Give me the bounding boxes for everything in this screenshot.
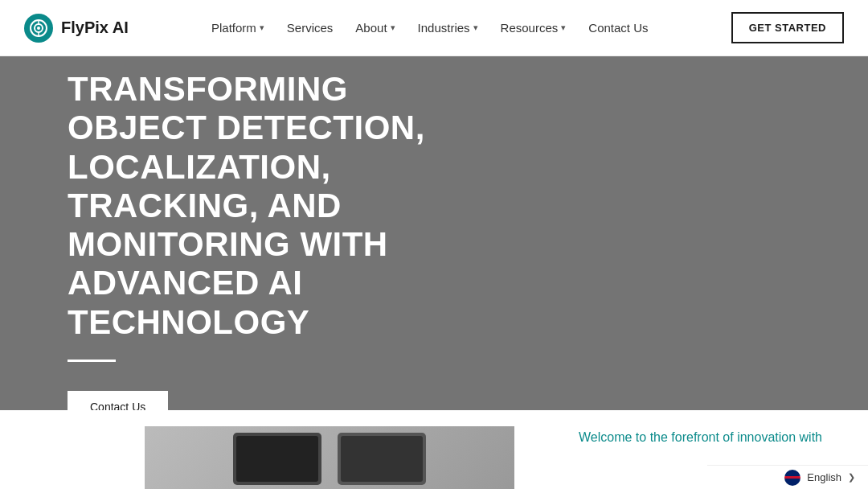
below-hero-text-area: Welcome to the forefront of innovation w… bbox=[579, 426, 822, 445]
hero-title: TRANSFORMING OBJECT DETECTION, LOCALIZAT… bbox=[68, 70, 495, 342]
hero-divider bbox=[68, 360, 116, 362]
about-chevron-icon: ▾ bbox=[391, 23, 395, 33]
nav-item-about[interactable]: About ▾ bbox=[346, 14, 404, 41]
device-image bbox=[145, 426, 514, 489]
get-started-button[interactable]: GET STARTED bbox=[731, 12, 844, 43]
logo-icon bbox=[24, 14, 53, 43]
svg-point-2 bbox=[37, 27, 40, 30]
header: FlyPix AI Platform ▾ Services About ▾ In… bbox=[0, 0, 868, 56]
language-label: English bbox=[807, 471, 841, 483]
hero-contact-button[interactable]: Contact Us bbox=[68, 391, 168, 410]
language-chevron-icon[interactable]: ❯ bbox=[848, 472, 855, 483]
welcome-text: Welcome to the forefront of innovation w… bbox=[579, 430, 822, 445]
device-image-placeholder bbox=[145, 426, 514, 489]
nav-item-industries[interactable]: Industries ▾ bbox=[408, 14, 488, 41]
hero-section: AI ENABLED GEOSPATIAL SOLUTIONS TRANSFOR… bbox=[0, 56, 868, 410]
nav-item-resources[interactable]: Resources ▾ bbox=[491, 14, 576, 41]
platform-chevron-icon: ▾ bbox=[260, 23, 264, 33]
industries-chevron-icon: ▾ bbox=[473, 23, 478, 33]
nav-item-services[interactable]: Services bbox=[277, 14, 343, 41]
footer-language-bar: English ❯ bbox=[707, 465, 868, 489]
svg-rect-6 bbox=[236, 436, 318, 482]
language-flag-icon bbox=[784, 470, 800, 486]
resources-chevron-icon: ▾ bbox=[561, 23, 566, 33]
svg-rect-8 bbox=[341, 436, 423, 482]
hero-content: AI ENABLED GEOSPATIAL SOLUTIONS TRANSFOR… bbox=[0, 56, 563, 410]
main-nav: Platform ▾ Services About ▾ Industries ▾… bbox=[202, 14, 658, 41]
logo[interactable]: FlyPix AI bbox=[24, 14, 129, 43]
nav-item-platform[interactable]: Platform ▾ bbox=[202, 14, 274, 41]
logo-text: FlyPix AI bbox=[61, 18, 129, 37]
nav-item-contact[interactable]: Contact Us bbox=[579, 14, 657, 41]
